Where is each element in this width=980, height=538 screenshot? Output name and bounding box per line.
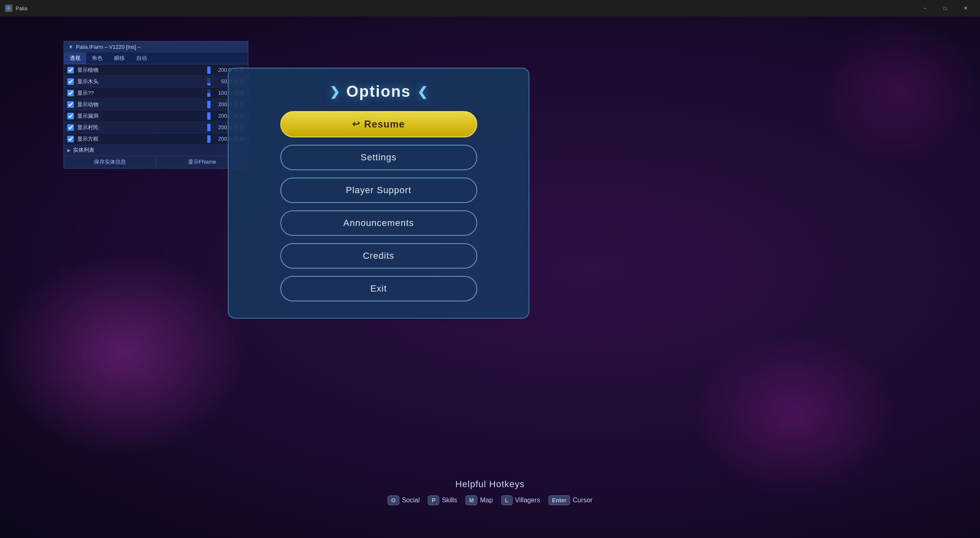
credits-label: Credits <box>363 251 394 261</box>
bg-decoration-1 <box>0 251 246 456</box>
show-plants-label: 显示植物 <box>77 66 207 74</box>
hotkeys-list: O Social P Skills M Map L Villagers Ente… <box>387 495 593 505</box>
table-row: 显示漏洞 200.0 距离 <box>64 110 248 122</box>
show-cave-checkbox[interactable] <box>67 113 74 119</box>
svg-point-0 <box>7 6 11 10</box>
hotkey-skills-label: Skills <box>442 497 457 504</box>
show-unknown-label: 显示?? <box>77 89 207 97</box>
entity-list-expander[interactable]: ▶ 实体列表 <box>64 145 248 155</box>
show-villager-label: 显示村民 <box>77 124 207 131</box>
table-row: 显示村民 200.0 距离 <box>64 122 248 133</box>
cheat-header-arrow: ▼ <box>68 44 73 50</box>
cheat-tab-perspective[interactable]: 透视 <box>64 52 86 64</box>
cheat-header: ▼ Palia.IFarm – V1220 [Ins] – <box>64 41 248 52</box>
cheat-tab-auto[interactable]: 自动 <box>131 52 153 64</box>
hotkey-villagers: L Villagers <box>501 495 540 505</box>
titlebar: Palia − □ ✕ <box>0 0 980 16</box>
show-wood-checkbox[interactable] <box>67 78 74 85</box>
entity-list-label: 实体列表 <box>73 146 94 154</box>
save-entity-button[interactable]: 保存实体信息 <box>64 156 156 168</box>
table-row: 显示方框 200.0 距离 <box>64 133 248 145</box>
options-title: ❯ Options ❯ <box>330 83 428 100</box>
options-left-arrow-icon: ❯ <box>330 84 341 99</box>
cheat-panel: ▼ Palia.IFarm – V1220 [Ins] – 透视 角色 瞬移 自… <box>64 41 248 169</box>
show-animals-checkbox[interactable] <box>67 101 74 108</box>
cheat-title: Palia.IFarm – V1220 [Ins] – <box>76 44 141 50</box>
show-plants-checkbox[interactable] <box>67 67 74 73</box>
close-button[interactable]: ✕ <box>956 2 975 15</box>
hotkey-social-label: Social <box>402 497 420 504</box>
table-row: 显示木头 50.0 距离 <box>64 76 248 87</box>
plants-bar <box>207 66 211 74</box>
settings-label: Settings <box>361 152 397 162</box>
maximize-button[interactable]: □ <box>936 2 955 15</box>
hotkey-l-key: L <box>501 495 513 505</box>
options-right-arrow-icon: ❯ <box>417 84 428 99</box>
cheat-tab-teleport[interactable]: 瞬移 <box>108 52 131 64</box>
hotkeys-bar: Helpful Hotkeys O Social P Skills M Map … <box>387 479 593 505</box>
hotkey-cursor: Enter Cursor <box>548 495 593 505</box>
hotkey-villagers-label: Villagers <box>515 497 540 504</box>
unknown-bar <box>207 89 211 97</box>
settings-button[interactable]: Settings <box>280 145 477 170</box>
show-wood-label: 显示木头 <box>77 78 207 85</box>
exit-label: Exit <box>370 283 387 294</box>
cheat-tabs: 透视 角色 瞬移 自动 <box>64 52 248 64</box>
hotkey-social: O Social <box>387 495 419 505</box>
box-bar <box>207 135 211 143</box>
show-box-checkbox[interactable] <box>67 136 74 142</box>
player-support-button[interactable]: Player Support <box>280 178 477 203</box>
hotkey-skills: P Skills <box>428 495 457 505</box>
player-support-label: Player Support <box>346 185 412 195</box>
expander-arrow-icon: ▶ <box>67 148 71 153</box>
cheat-footer: 保存实体信息 显示FName <box>64 155 248 168</box>
exit-button[interactable]: Exit <box>280 276 477 301</box>
table-row: 显示?? 100.0 距离 <box>64 87 248 99</box>
resume-button[interactable]: ↩ Resume <box>280 111 477 137</box>
table-row: 显示动物 200.0 距离 <box>64 99 248 110</box>
hotkey-cursor-label: Cursor <box>573 497 593 504</box>
hotkey-map: M Map <box>465 495 493 505</box>
villager-bar <box>207 124 211 131</box>
hotkey-enter-key: Enter <box>548 495 570 505</box>
cheat-tab-character[interactable]: 角色 <box>86 52 108 64</box>
options-panel: ❯ Options ❯ ↩ Resume Settings Player Sup… <box>228 68 529 319</box>
window-controls: − □ ✕ <box>915 2 975 15</box>
app-icon <box>5 5 12 12</box>
show-villager-checkbox[interactable] <box>67 124 74 131</box>
table-row: 显示植物 200.0 距离 <box>64 64 248 76</box>
credits-button[interactable]: Credits <box>280 243 477 269</box>
cave-bar <box>207 112 211 120</box>
bg-decoration-3 <box>816 21 980 164</box>
titlebar-title: Palia <box>16 5 915 11</box>
hotkey-o-key: O <box>387 495 399 505</box>
bg-decoration-2 <box>693 333 898 497</box>
animals-bar <box>207 101 211 108</box>
resume-label: Resume <box>364 119 405 130</box>
wood-bar <box>207 78 211 85</box>
hotkeys-title: Helpful Hotkeys <box>455 479 524 490</box>
show-animals-label: 显示动物 <box>77 101 207 108</box>
minimize-button[interactable]: − <box>915 2 934 15</box>
hotkey-map-label: Map <box>480 497 493 504</box>
announcements-label: Announcements <box>343 218 414 228</box>
show-cave-label: 显示漏洞 <box>77 112 207 120</box>
announcements-button[interactable]: Announcements <box>280 210 477 236</box>
resume-icon: ↩ <box>352 119 360 130</box>
show-unknown-checkbox[interactable] <box>67 90 74 96</box>
hotkey-m-key: M <box>465 495 478 505</box>
options-title-text: Options <box>346 83 411 100</box>
hotkey-p-key: P <box>428 495 440 505</box>
show-box-label: 显示方框 <box>77 135 207 143</box>
